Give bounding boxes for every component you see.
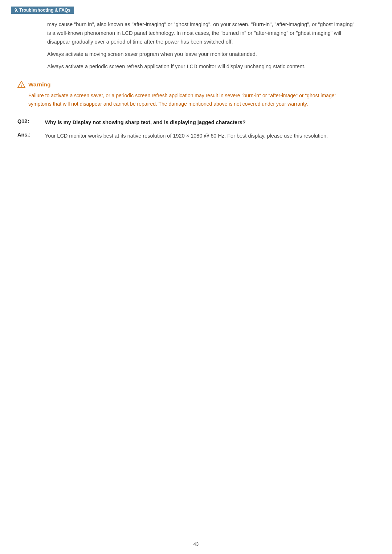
warning-block: ! Warning Failure to activate a screen s… (17, 81, 359, 108)
intro-paragraph-1: may cause "burn in", also known as "afte… (47, 20, 359, 46)
intro-paragraph-2: Always activate a moving screen saver pr… (47, 50, 359, 59)
page-number: 43 (193, 541, 199, 547)
q12-question: Why is my Display not showing sharp text… (45, 118, 246, 127)
warning-text: Failure to activate a screen saver, or a… (28, 91, 359, 108)
ans12-answer: Your LCD monitor works best at its nativ… (45, 132, 328, 140)
svg-text:!: ! (21, 83, 22, 87)
qa-block: Q12: Why is my Display not showing sharp… (17, 118, 359, 140)
qa-row-q12: Q12: Why is my Display not showing sharp… (17, 118, 359, 127)
warning-label: Warning (28, 81, 50, 88)
qa-row-ans12: Ans.: Your LCD monitor works best at its… (17, 132, 359, 140)
intro-paragraph-3: Always activate a periodic screen refres… (47, 62, 359, 71)
q12-label: Q12: (17, 118, 40, 127)
ans12-label: Ans.: (17, 132, 40, 140)
warning-title-row: ! Warning (17, 81, 359, 89)
section-header: 9. Troubleshooting & FAQs (11, 7, 74, 14)
warning-triangle-icon: ! (17, 81, 25, 89)
page-container: 9. Troubleshooting & FAQs may cause "bur… (0, 0, 392, 169)
